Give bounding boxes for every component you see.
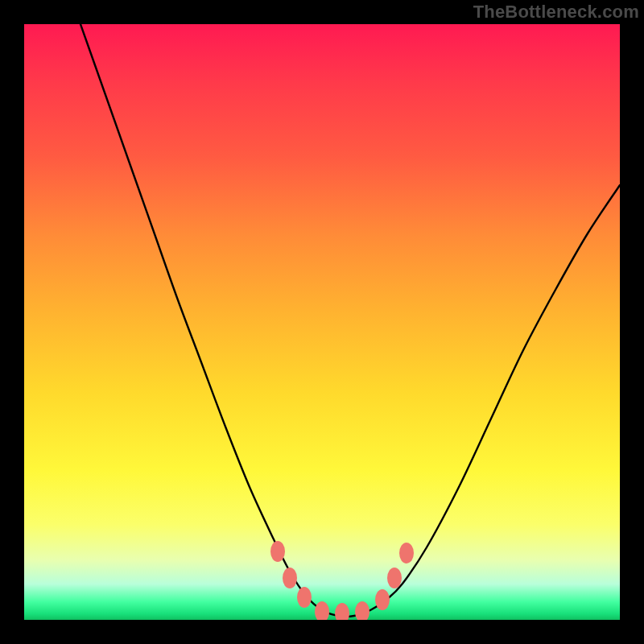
curve-dot	[315, 601, 329, 620]
watermark-text: TheBottleneck.com	[473, 2, 639, 23]
curve-dot	[355, 601, 369, 620]
curve-dot	[399, 543, 414, 564]
bottleneck-curve-svg	[24, 24, 620, 620]
curve-dot	[297, 587, 312, 608]
curve-dot	[335, 603, 349, 620]
plot-area	[24, 24, 620, 620]
curve-dot	[270, 541, 285, 562]
curve-dot	[283, 568, 297, 588]
curve-dot	[387, 568, 402, 588]
bottleneck-curve	[80, 24, 620, 617]
chart-frame: TheBottleneck.com	[0, 0, 644, 644]
curve-dot	[375, 589, 390, 610]
curve-minimum-dots	[270, 541, 414, 620]
